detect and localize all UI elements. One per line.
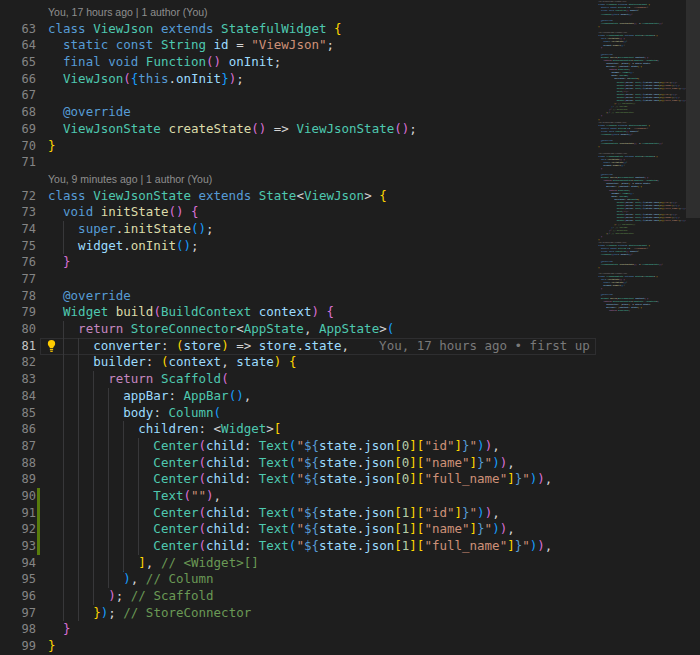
line-number[interactable]: 86 <box>0 421 40 438</box>
token: ( <box>199 505 207 520</box>
line-number[interactable]: 95 <box>0 571 40 588</box>
line-number[interactable]: 69 <box>0 121 40 138</box>
token: Scaffold <box>161 371 221 386</box>
code-line-94[interactable]: 94 ], // <Widget>[] <box>0 555 700 572</box>
code-line-91[interactable]: 91 Center(child: Text("${state.json[1]["… <box>0 505 700 522</box>
code-line-65[interactable]: 65 final void Function() onInit; <box>0 54 700 71</box>
token <box>48 621 63 636</box>
indent-guide <box>78 338 79 355</box>
minimap[interactable]: You, 17 hours ago | 1 author (You)class … <box>598 0 686 312</box>
token: extends <box>625 154 636 157</box>
code-line-99[interactable]: 99} <box>0 638 700 655</box>
code-line-83[interactable]: 83 return Scaffold( <box>0 371 700 388</box>
token: child <box>206 438 244 453</box>
code-line-89[interactable]: 89 Center(child: Text("${state.json[0]["… <box>0 471 700 488</box>
line-number[interactable]: 80 <box>0 321 40 338</box>
line-number[interactable]: 70 <box>0 138 40 155</box>
indent-guide <box>78 571 79 588</box>
scrollbar[interactable] <box>686 0 700 655</box>
line-number[interactable]: 78 <box>0 288 40 305</box>
code-line-77[interactable]: 77 <box>0 271 700 288</box>
code-line-79[interactable]: 79 Widget build(BuildContext context) { <box>0 304 700 321</box>
line-number[interactable]: 91 <box>0 505 40 522</box>
code-line-90[interactable]: 90 Text(""), <box>0 488 700 505</box>
codelens-text[interactable]: You, 9 minutes ago | 1 author (You) <box>48 173 212 185</box>
code-line-70[interactable]: 70} <box>0 138 700 155</box>
code-line-86[interactable]: 86 children: <Widget>[ <box>0 421 700 438</box>
code-line-93[interactable]: 93 Center(child: Text("${state.json[1]["… <box>0 538 700 555</box>
line-number[interactable]: 79 <box>0 304 40 321</box>
line-number[interactable]: 65 <box>0 54 40 71</box>
code-line-87[interactable]: 87 Center(child: Text("${state.json[0]["… <box>0 438 700 455</box>
code-line-76[interactable]: 76 } <box>0 254 700 271</box>
line-number[interactable]: 81 <box>0 338 40 355</box>
line-number[interactable]: 99 <box>0 638 40 655</box>
line-number[interactable]: 85 <box>0 405 40 422</box>
code-text: ViewJsonState createState() => ViewJsonS… <box>598 142 663 145</box>
line-number[interactable]: 83 <box>0 371 40 388</box>
line-number[interactable]: 89 <box>0 471 40 488</box>
code-line-67[interactable]: 67 <box>0 87 700 104</box>
code-line-84[interactable]: 84 appBar: AppBar(), <box>0 388 700 405</box>
line-number[interactable]: 64 <box>0 37 40 54</box>
line-number[interactable]: 98 <box>0 621 40 638</box>
line-number[interactable]: 75 <box>0 238 40 255</box>
line-number[interactable]: 94 <box>0 555 40 572</box>
code-text: super.initState(); <box>40 221 214 238</box>
line-number[interactable]: 92 <box>0 521 40 538</box>
code-text: return StoreConnector<AppState, AppState… <box>40 321 394 338</box>
code-text: Center(child: Text("${state.json[1]["nam… <box>40 521 515 538</box>
code-line-75[interactable]: 75 widget.onInit(); <box>0 238 700 255</box>
line-number[interactable]: 84 <box>0 388 40 405</box>
code-line-74[interactable]: 74 super.initState(); <box>0 221 700 238</box>
code-line-82[interactable]: 82 builder: (context, state) { <box>0 354 700 371</box>
code-text: Center(child: Text("${state.json[0]["id"… <box>40 438 500 455</box>
lightbulb-icon[interactable] <box>45 339 59 354</box>
line-number[interactable]: 63 <box>0 21 40 38</box>
line-number[interactable]: 66 <box>0 71 40 88</box>
code-line-73[interactable]: 73 void initState() { <box>0 204 700 221</box>
codelens-text[interactable]: You, 17 hours ago | 1 author (You) <box>48 6 208 18</box>
line-number[interactable]: 76 <box>0 254 40 271</box>
code-line-71[interactable]: 71 <box>0 154 700 171</box>
line-number[interactable]: 82 <box>0 354 40 371</box>
code-line-68[interactable]: 68 @override <box>0 104 700 121</box>
code-line-80[interactable]: 80 return StoreConnector<AppState, AppSt… <box>0 321 700 338</box>
line-number[interactable]: 97 <box>0 605 40 622</box>
line-number[interactable]: 68 <box>0 104 40 121</box>
codelens-annotation[interactable]: You, 9 minutes ago | 1 author (You) <box>0 171 700 188</box>
codelens-annotation[interactable]: You, 17 hours ago | 1 author (You) <box>0 4 700 21</box>
code-line-92[interactable]: 92 Center(child: Text("${state.json[1]["… <box>0 521 700 538</box>
code-line-97[interactable]: 97 }); // StoreConnector <box>0 605 700 622</box>
line-number[interactable]: 67 <box>0 87 40 104</box>
line-number[interactable]: 93 <box>0 538 40 555</box>
code-line-78[interactable]: 78 @override <box>0 288 700 305</box>
line-number[interactable]: 72 <box>0 188 40 205</box>
token: [ <box>394 438 402 453</box>
line-number[interactable]: 88 <box>0 455 40 472</box>
token: , <box>633 71 634 74</box>
code-line-66[interactable]: 66 ViewJson({this.onInit}); <box>0 71 700 88</box>
line-number[interactable]: 71 <box>0 154 40 171</box>
code-line-72[interactable]: 72class ViewJsonState extends State<View… <box>0 188 700 205</box>
line-number[interactable]: 74 <box>0 221 40 238</box>
line-number[interactable]: 96 <box>0 588 40 605</box>
line-number[interactable]: 90 <box>0 488 40 505</box>
line-number[interactable]: 73 <box>0 204 40 221</box>
token: , <box>304 321 319 336</box>
code-line-64[interactable]: 64 static const String id = "ViewJson"; <box>0 37 700 54</box>
code-line-85[interactable]: 85 body: Column( <box>0 405 700 422</box>
code-line-69[interactable]: 69 ViewJsonState createState() => ViewJs… <box>0 121 700 138</box>
code-line-81[interactable]: 81 converter: (store) => store.state,You… <box>0 338 700 355</box>
line-number[interactable]: 77 <box>0 271 40 288</box>
token: Text <box>259 455 289 470</box>
code-line-88[interactable]: 88 Center(child: Text("${state.json[0]["… <box>0 455 700 472</box>
line-number[interactable]: 87 <box>0 438 40 455</box>
code-line-95[interactable]: 95 ), // Column <box>0 571 700 588</box>
code-line-96[interactable]: 96 ); // Scaffold <box>0 588 700 605</box>
indent-guide <box>93 438 94 455</box>
code-line-63[interactable]: 63class ViewJson extends StatefulWidget … <box>0 21 700 38</box>
indent-guide <box>108 438 109 455</box>
code-line-98[interactable]: 98 } <box>0 621 700 638</box>
scrollbar-slider[interactable] <box>686 0 700 218</box>
